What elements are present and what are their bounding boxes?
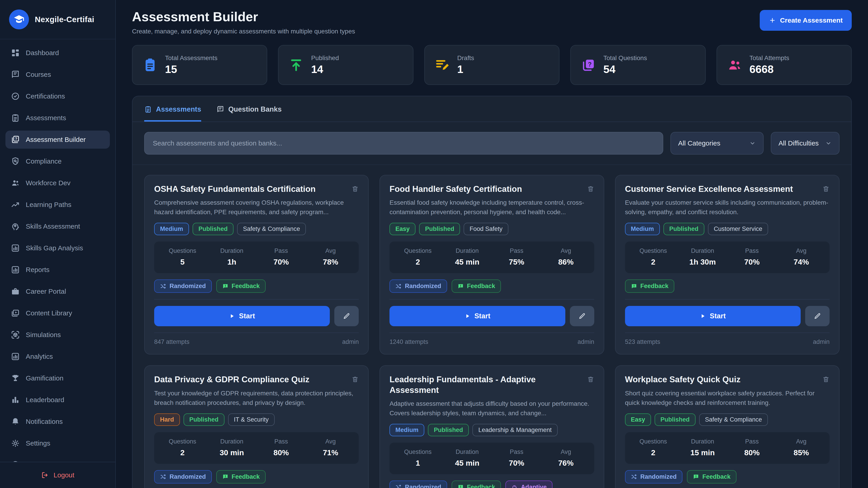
adaptive-icon	[511, 484, 518, 488]
sidebar-item-leaderboard[interactable]: Leaderboard	[5, 391, 110, 409]
main-content: Assessment Builder Create, manage, and d…	[116, 0, 868, 488]
sidebar-item-notifications[interactable]: Notifications	[5, 413, 110, 431]
difficulty-badge: Medium	[154, 223, 189, 235]
badge-check-icon	[11, 92, 20, 101]
edit-button[interactable]	[334, 306, 359, 326]
stat-questions: Questions2	[393, 248, 442, 266]
start-button[interactable]: Start	[625, 306, 801, 326]
divider	[625, 332, 830, 333]
stat-value: 6668	[749, 63, 789, 75]
assessment-title: OSHA Safety Fundamentals Certification	[154, 184, 315, 194]
stat-value: 1	[457, 63, 474, 75]
attempts-count: 847 attempts	[154, 338, 189, 346]
stat-pass: Pass70%	[727, 248, 776, 266]
difficulty-badge: Medium	[390, 424, 424, 436]
feature-tags: RandomizedFeedback	[390, 280, 594, 293]
sidebar-item-courses[interactable]: Courses	[5, 66, 110, 84]
difficulty-select[interactable]: All Difficulties	[771, 132, 839, 155]
clipboard-icon	[11, 113, 20, 123]
difficulty-badge: Easy	[390, 223, 415, 235]
randomized-tag: Randomized	[154, 280, 212, 293]
trending-up-icon	[11, 200, 20, 209]
sidebar-item-compliance[interactable]: Compliance	[5, 152, 110, 170]
sidebar-item-analytics[interactable]: Analytics	[5, 348, 110, 365]
divider	[154, 299, 359, 300]
stat-label: Total Questions	[603, 55, 647, 62]
stat-questions: Questions2	[629, 438, 678, 457]
play-icon	[700, 313, 706, 319]
trash-icon[interactable]	[351, 185, 359, 193]
stat-questions: Questions2	[629, 248, 678, 266]
edit-button[interactable]	[570, 306, 594, 326]
trash-icon[interactable]	[587, 185, 594, 193]
assessment-stats: Questions1Duration45 minPass70%Avg76%	[390, 443, 594, 474]
sidebar-item-content-library[interactable]: Content Library	[5, 304, 110, 322]
book-icon	[217, 105, 224, 113]
upload-icon	[288, 57, 304, 73]
brand-name: Nexgile-Certifai	[35, 15, 94, 24]
assessment-card: Leadership Fundamentals - Adaptive Asses…	[379, 365, 604, 488]
badges-row: HardPublishedIT & Security	[154, 414, 359, 426]
brain-cog-icon	[11, 222, 20, 231]
users-icon	[11, 178, 20, 188]
assessments-panel: Assessments Question Banks All Categorie…	[132, 96, 852, 488]
trash-icon[interactable]	[587, 376, 594, 383]
sidebar-item-reports[interactable]: Reports	[5, 261, 110, 279]
sidebar-item-settings[interactable]: Settings	[5, 434, 110, 452]
trash-icon[interactable]	[822, 376, 830, 383]
sidebar-item-simulations[interactable]: Simulations	[5, 326, 110, 344]
start-button[interactable]: Start	[390, 306, 565, 326]
feedback-tag: Feedback	[216, 470, 266, 484]
plus-icon	[769, 17, 776, 24]
sidebar-item-skills-assessment[interactable]: Skills Assessment	[5, 217, 110, 235]
sidebar-item-assessments[interactable]: Assessments	[5, 109, 110, 127]
sidebar-item-dashboard[interactable]: Dashboard	[5, 44, 110, 62]
sidebar-item-gamification[interactable]: Gamification	[5, 369, 110, 387]
message-alert-icon	[222, 474, 228, 480]
start-button[interactable]: Start	[154, 306, 330, 326]
stat-questions: Questions1	[393, 449, 442, 467]
stat-card-published: Published 14	[278, 45, 413, 85]
assessment-description: Comprehensive assessment covering OSHA r…	[154, 198, 359, 217]
create-assessment-label: Create Assessment	[780, 17, 843, 24]
assessment-card: Food Handler Safety Certification Essent…	[379, 175, 604, 355]
create-assessment-button[interactable]: Create Assessment	[760, 10, 852, 31]
svg-text:?: ?	[588, 61, 592, 68]
tab-question-banks[interactable]: Question Banks	[217, 105, 282, 122]
sidebar-nav: Dashboard Courses Certifications Assessm…	[0, 39, 115, 462]
brand: Nexgile-Certifai	[0, 0, 115, 39]
chart-box-icon	[11, 265, 20, 274]
stat-avg: Avg78%	[306, 248, 355, 266]
sidebar-item-workforce-dev[interactable]: Workforce Dev	[5, 174, 110, 192]
edit-button[interactable]	[805, 306, 830, 326]
feedback-tag: Feedback	[216, 280, 266, 293]
trash-icon[interactable]	[822, 185, 830, 193]
sidebar-item-certifications[interactable]: Certifications	[5, 87, 110, 105]
play-icon	[465, 313, 470, 319]
tab-assessments[interactable]: Assessments	[144, 105, 201, 122]
trophy-icon	[11, 374, 20, 383]
category-select[interactable]: All Categories	[671, 132, 764, 155]
pencil-icon	[579, 313, 586, 320]
sidebar-item-career-portal[interactable]: Career Portal	[5, 283, 110, 300]
sidebar-item-assessment-builder[interactable]: ? Assessment Builder	[5, 131, 110, 149]
sidebar-item-profile[interactable]: Profile	[5, 456, 110, 462]
message-alert-icon	[458, 283, 464, 289]
sidebar-item-learning-paths[interactable]: Learning Paths	[5, 196, 110, 214]
stat-label: Published	[311, 55, 339, 62]
assessment-title: Data Privacy & GDPR Compliance Quiz	[154, 375, 309, 385]
feedback-tag: Feedback	[452, 481, 501, 488]
author-label: admin	[342, 338, 359, 346]
stat-avg: Avg71%	[306, 438, 355, 457]
assessment-description: Evaluate your customer service skills in…	[625, 198, 830, 217]
assessment-stats: Questions2Duration45 minPass75%Avg86%	[390, 241, 594, 273]
adaptive-tag: Adaptive	[505, 481, 553, 488]
logout-button[interactable]: Logout	[0, 462, 115, 488]
trash-icon[interactable]	[351, 376, 359, 383]
sidebar-item-skills-gap-analysis[interactable]: Skills Gap Analysis	[5, 239, 110, 257]
badges-row: MediumPublishedLeadership & Management	[390, 424, 594, 436]
badges-row: EasyPublishedFood Safety	[390, 223, 594, 235]
search-input[interactable]	[144, 132, 663, 155]
message-alert-icon	[631, 283, 637, 289]
stat-pass: Pass80%	[256, 438, 306, 457]
